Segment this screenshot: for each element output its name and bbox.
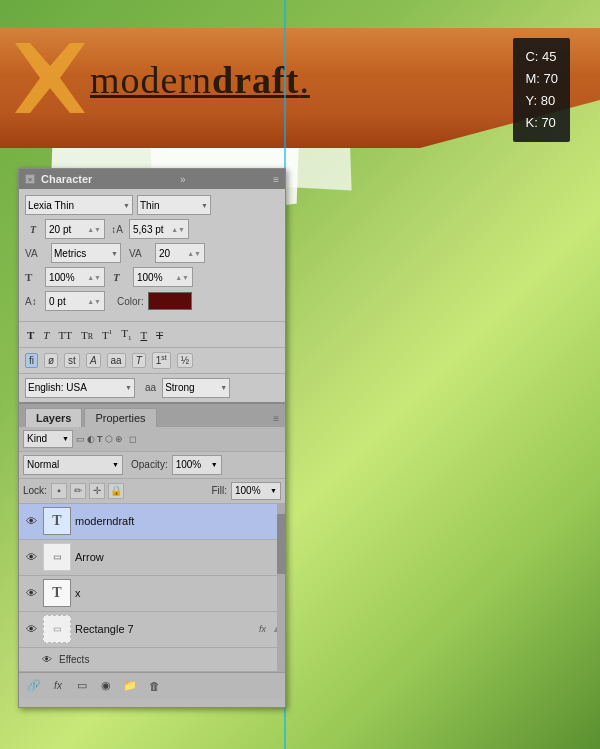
ot-aa-btn[interactable]: aa [107,353,126,368]
filter-pixel-icon[interactable]: ▭ [76,434,85,444]
color-swatch[interactable] [148,292,192,310]
typo-btn-bold[interactable]: T [25,328,36,342]
font-family-arrow: ▼ [123,202,130,209]
add-adjustment-icon[interactable]: ◉ [97,677,115,695]
scale-v-icon: T [25,271,41,283]
layer-sub-effects[interactable]: 👁 Effects [19,648,285,672]
ot-ord-btn[interactable]: 1st [152,352,171,368]
filter-type-icon[interactable]: T [97,434,103,444]
filter-toggle[interactable]: ◻ [129,434,136,444]
font-style-arrow: ▼ [201,202,208,209]
add-mask-icon[interactable]: ▭ [73,677,91,695]
font-style-select[interactable]: Thin ▼ [137,195,211,215]
ot-t-btn[interactable]: T [132,353,146,368]
panel-tabs-header: Layers Properties ≡ [19,402,285,427]
leading-input[interactable]: 5,63 pt ▲▼ [129,219,189,239]
tracking-select[interactable]: Metrics ▼ [51,243,121,263]
layer-eye-moderndraft[interactable]: 👁 [23,513,39,529]
layer-eye-rectangle7[interactable]: 👁 [23,621,39,637]
panel-options-icon[interactable]: ≡ [273,174,279,185]
opacity-label: Opacity: [131,459,168,470]
lock-position-icon[interactable]: ✛ [89,483,105,499]
tab-properties[interactable]: Properties [84,408,156,427]
layers-scrollbar[interactable] [277,504,285,672]
tabs-menu-icon[interactable]: ≡ [273,413,279,427]
scale-row: T 100% ▲▼ T 100% ▲▼ [25,267,279,287]
typo-btn-tr[interactable]: Tr [79,328,95,342]
character-section: Lexia Thin ▼ Thin ▼ T 20 pt ▲▼ ↕A 5,63 p… [19,189,285,321]
opacity-input[interactable]: 100% ▼ [172,455,222,475]
filter-shape-icon[interactable]: ⬡ [105,434,113,444]
svg-marker-0 [15,43,85,113]
fill-input[interactable]: 100% ▼ [231,482,281,500]
panel-title: Character [41,173,92,185]
font-size-input[interactable]: 20 pt ▲▼ [45,219,105,239]
size-leading-row: T 20 pt ▲▼ ↕A 5,63 pt ▲▼ [25,219,279,239]
filter-smart-icon[interactable]: ⊕ [115,434,123,444]
layer-item-arrow[interactable]: 👁 ▭ Arrow [19,540,285,576]
panel-hscroll[interactable] [19,699,285,707]
add-fx-icon[interactable]: fx [49,677,67,695]
blend-mode-select[interactable]: Normal ▼ [23,455,123,475]
sub-eye-effects[interactable]: 👁 [39,651,55,667]
banner-area: moderndraft. [0,28,600,148]
color-label: Color: [117,296,144,307]
layer-item-rectangle7[interactable]: 👁 ▭ Rectangle 7 fx ▲ [19,612,285,648]
layer-item-x[interactable]: 👁 T x [19,576,285,612]
logo-x-area [10,38,90,118]
typo-btn-super[interactable]: T1 [100,327,114,342]
leading-icon: ↕A [109,224,125,235]
layer-eye-x[interactable]: 👁 [23,585,39,601]
tracking-kerning-row: VA Metrics ▼ VA 20 ▲▼ [25,243,279,263]
scale-h-input[interactable]: 100% ▲▼ [133,267,193,287]
panel-close-button[interactable]: × [25,174,35,184]
delete-layer-icon[interactable]: 🗑 [145,677,163,695]
typo-btn-underline[interactable]: T [138,328,149,342]
tab-layers[interactable]: Layers [25,408,82,427]
fill-label: Fill: [211,485,227,496]
layer-name-rectangle7: Rectangle 7 [75,623,255,635]
sub-name-effects: Effects [59,654,89,665]
ot-orn-btn[interactable]: ø [44,353,58,368]
layers-bottom-toolbar: 🔗 fx ▭ ◉ 📁 🗑 [19,672,285,699]
kind-label: Kind [27,433,47,444]
layer-thumb-x: T [43,579,71,607]
layer-item-moderndraft[interactable]: 👁 T moderndraft [19,504,285,540]
kind-select[interactable]: Kind ▼ [23,430,73,448]
ot-st-btn[interactable]: st [64,353,80,368]
layers-kind-toolbar: Kind ▼ ▭ ◐ T ⬡ ⊕ ◻ [19,427,285,452]
filter-adjustment-icon[interactable]: ◐ [87,434,95,444]
lock-pixels-icon[interactable]: ✏ [70,483,86,499]
language-row: English: USA ▼ aa Strong ▼ [19,373,285,402]
panel-menu-icon[interactable]: » [180,174,186,185]
mode-opacity-row: Normal ▼ Opacity: 100% ▼ [19,452,285,479]
link-layers-icon[interactable]: 🔗 [25,677,43,695]
anti-alias-label: aa [145,382,156,393]
opentype-row: fi ø st A aa T 1st ½ [19,347,285,372]
ot-frac-btn[interactable]: ½ [177,353,193,368]
add-group-icon[interactable]: 📁 [121,677,139,695]
lock-all-icon[interactable]: 🔒 [108,483,124,499]
layers-list: 👁 T moderndraft 👁 ▭ Arrow 👁 T [19,504,285,672]
lock-transparent-icon[interactable]: ▪ [51,483,67,499]
ot-a-btn[interactable]: A [86,353,101,368]
typo-btn-tt[interactable]: TT [56,328,73,342]
kind-filter-icons: ▭ ◐ T ⬡ ⊕ ◻ [76,434,136,444]
font-family-select[interactable]: Lexia Thin ▼ [25,195,133,215]
typo-btn-italic[interactable]: T [41,328,51,342]
layer-eye-arrow[interactable]: 👁 [23,549,39,565]
lock-icons-group: ▪ ✏ ✛ 🔒 [51,483,124,499]
ot-fi-btn[interactable]: fi [25,353,38,368]
baseline-icon: A↕ [25,296,41,307]
language-select[interactable]: English: USA ▼ [25,378,135,398]
layers-scrollbar-thumb[interactable] [277,514,285,574]
baseline-input[interactable]: 0 pt ▲▼ [45,291,105,311]
kerning-input[interactable]: 20 ▲▼ [155,243,205,263]
typo-btn-sub[interactable]: T1 [119,326,133,343]
anti-alias-select[interactable]: Strong ▼ [162,378,230,398]
cmyk-k: K: 70 [525,112,558,134]
cmyk-y: Y: 80 [525,90,558,112]
scale-v-input[interactable]: 100% ▲▼ [45,267,105,287]
panel-header-left: × Character [25,173,92,185]
typo-btn-strikethrough[interactable]: T [154,328,165,342]
